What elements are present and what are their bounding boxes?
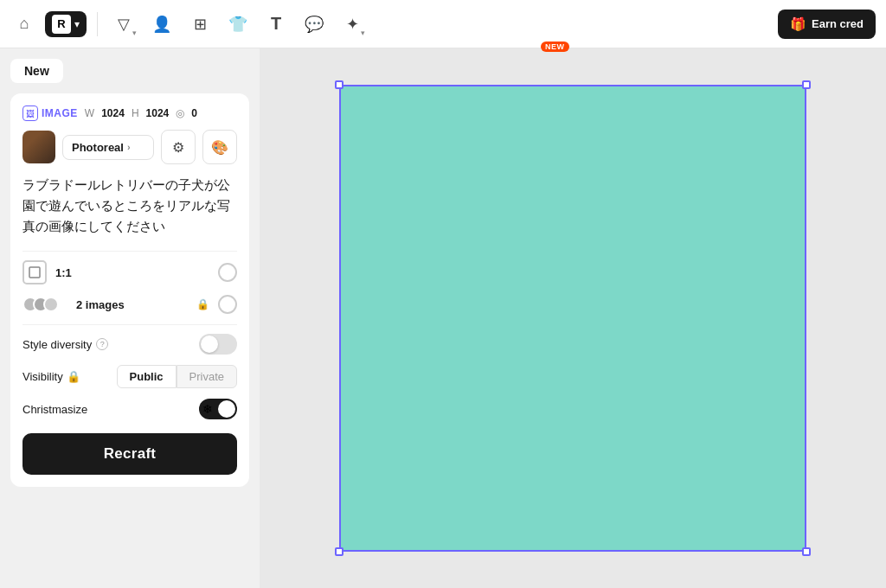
images-lock-icon: 🔒	[196, 298, 209, 310]
recraft-button[interactable]: Recraft	[22, 433, 237, 475]
width-value: 1024	[101, 107, 125, 119]
images-icon-group	[22, 297, 59, 312]
width-label: W	[85, 107, 94, 119]
filter-icon: ▽	[118, 15, 130, 34]
earn-credit-button[interactable]: 🎁 Earn cred	[778, 10, 876, 39]
private-button[interactable]: Private	[177, 365, 237, 388]
image-type-label: IMAGE	[42, 107, 78, 119]
text-tool-button[interactable]: T	[260, 9, 292, 40]
image-info-row: 🖼 IMAGE W 1024 H 1024 ◎ 0	[22, 105, 237, 121]
magic-tool-button[interactable]: ✦ NEW	[337, 9, 368, 40]
canvas-image	[339, 85, 806, 552]
person-icon: 👤	[152, 15, 171, 34]
gift-icon: 🎁	[790, 16, 806, 32]
logo-dropdown[interactable]: R ▾	[45, 11, 87, 37]
divider-1	[22, 251, 237, 252]
images-count-label: 2 images	[76, 298, 184, 311]
aspect-ratio-toggle[interactable]	[218, 263, 237, 282]
aspect-ratio-icon	[22, 260, 47, 284]
visibility-label: Visibility 🔒	[22, 370, 80, 383]
shirt-tool-button[interactable]: 👕	[222, 9, 254, 40]
style-diversity-toggle[interactable]	[199, 334, 237, 355]
new-badge: NEW	[541, 42, 569, 52]
height-label: H	[132, 107, 139, 119]
divider-2	[22, 324, 237, 325]
earn-credit-label: Earn cred	[812, 17, 864, 30]
avatar-3	[43, 297, 59, 312]
christmas-icon: ❄	[202, 402, 213, 416]
handle-bottom-right[interactable]	[802, 547, 811, 556]
style-diversity-row: Style diversity ?	[22, 334, 237, 355]
logo-icon: R	[52, 15, 71, 34]
tab-bar: New	[10, 59, 249, 83]
christmas-knob	[218, 400, 235, 418]
image-label-group: 🖼 IMAGE	[22, 105, 78, 121]
style-chevron-icon: ›	[127, 142, 131, 152]
filter-tool-button[interactable]: ▽	[108, 9, 139, 40]
aspect-ratio-label[interactable]: 1:1	[55, 266, 209, 279]
left-panel: New 🖼 IMAGE W 1024 H 1024 ◎ 0	[0, 48, 260, 588]
seed-icon: ◎	[176, 107, 184, 119]
panel-card: 🖼 IMAGE W 1024 H 1024 ◎ 0 Photoreal ›	[10, 93, 249, 487]
main-area: New 🖼 IMAGE W 1024 H 1024 ◎ 0	[0, 48, 886, 588]
christmasize-row: Christmasize ❄	[22, 399, 237, 419]
shirt-icon: 👕	[228, 15, 247, 34]
style-row: Photoreal › ⚙ 🎨	[22, 130, 237, 164]
text-icon: T	[271, 14, 281, 34]
grid-tool-button[interactable]: ⊞	[184, 9, 215, 40]
canvas-area[interactable]	[260, 48, 886, 588]
magic-icon: ✦	[346, 15, 359, 34]
tune-button[interactable]: ⚙	[161, 130, 196, 164]
nav-separator	[97, 12, 98, 36]
toggle-knob	[201, 336, 218, 353]
handle-bottom-left[interactable]	[335, 547, 343, 556]
style-selector-button[interactable]: Photoreal ›	[62, 135, 154, 160]
person-tool-button[interactable]: 👤	[146, 9, 177, 40]
visibility-row: Visibility 🔒 Public Private	[22, 365, 237, 388]
handle-top-left[interactable]	[335, 80, 343, 89]
christmasize-toggle[interactable]: ❄	[199, 399, 237, 419]
home-button[interactable]: ⌂	[10, 10, 38, 38]
prompt-text[interactable]: ラブラドールレトリバーの子犬が公園で遊んでいるところをリアルな写真の画像にしてく…	[22, 175, 237, 237]
public-button[interactable]: Public	[117, 365, 177, 388]
canvas-border	[339, 85, 806, 552]
seed-value: 0	[191, 107, 197, 119]
style-name-label: Photoreal	[72, 141, 124, 154]
logo-chevron-icon: ▾	[74, 18, 80, 30]
visibility-lock-icon: 🔒	[67, 370, 80, 383]
svg-rect-0	[29, 267, 40, 278]
images-count-toggle[interactable]	[218, 295, 237, 314]
tune-icon: ⚙	[172, 139, 184, 156]
style-thumbnail	[22, 131, 55, 163]
new-tab[interactable]: New	[10, 59, 63, 83]
handle-top-right[interactable]	[802, 80, 811, 89]
chat-icon: 💬	[305, 15, 324, 34]
style-diversity-label: Style diversity ?	[22, 338, 199, 351]
height-value: 1024	[146, 107, 170, 119]
images-count-row: 2 images 🔒	[22, 295, 237, 314]
grid-icon: ⊞	[194, 15, 207, 34]
christmasize-label: Christmasize	[22, 403, 199, 416]
chat-tool-button[interactable]: 💬	[299, 9, 330, 40]
aspect-ratio-row: 1:1	[22, 260, 237, 284]
visibility-buttons: Public Private	[117, 365, 237, 388]
image-type-icon: 🖼	[22, 105, 38, 121]
palette-icon: 🎨	[211, 139, 228, 156]
top-navigation: ⌂ R ▾ ▽ 👤 ⊞ 👕 T 💬 ✦ NEW 🎁 Earn cred	[0, 0, 886, 48]
style-diversity-help-icon[interactable]: ?	[96, 338, 108, 350]
palette-button[interactable]: 🎨	[202, 130, 237, 164]
